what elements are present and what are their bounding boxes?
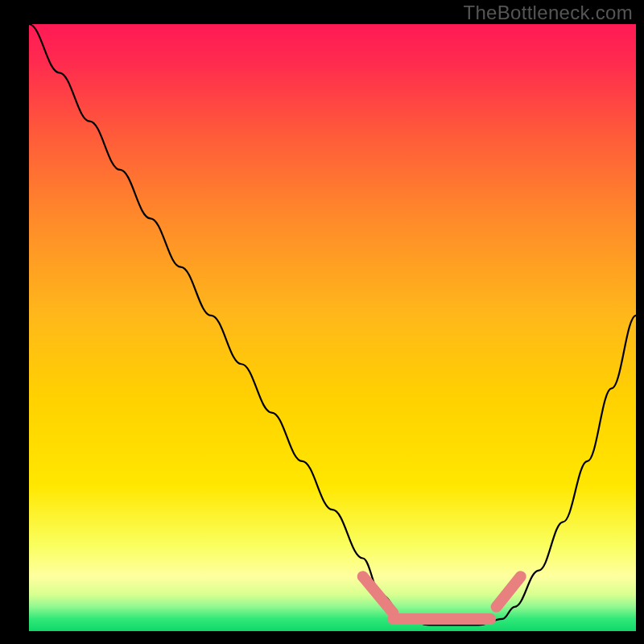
bottleneck-chart <box>0 0 644 644</box>
frame-bottom <box>0 631 644 644</box>
chart-container: TheBottleneck.com <box>0 0 644 644</box>
attribution-text: TheBottleneck.com <box>463 3 633 23</box>
frame-left <box>0 0 29 644</box>
gradient-background <box>29 24 636 631</box>
frame-right <box>636 0 644 644</box>
